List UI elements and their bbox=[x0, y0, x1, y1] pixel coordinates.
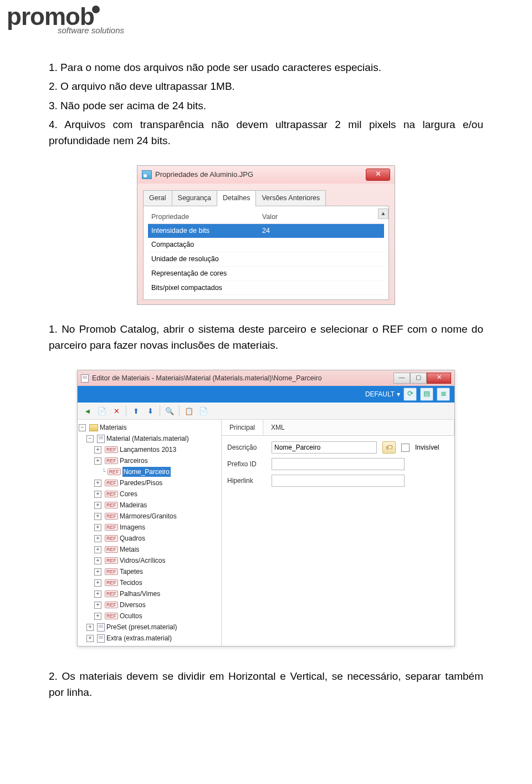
editor-toolbar: ◄ 📄 ✕ ⬆ ⬇ 🔍 📋 📄 bbox=[78, 403, 454, 420]
expand-icon[interactable]: + bbox=[94, 568, 101, 576]
expand-icon[interactable]: + bbox=[94, 491, 101, 498]
step-2: 2. Os materiais devem se dividir em Hori… bbox=[49, 669, 483, 700]
minimize-button[interactable]: — bbox=[393, 373, 410, 384]
rule-4: 4. Arquivos com transparência não devem … bbox=[49, 117, 483, 149]
tree-node[interactable]: Metais bbox=[120, 544, 139, 554]
ref-icon: REF bbox=[105, 457, 118, 464]
new-button[interactable]: 📄 bbox=[95, 404, 109, 418]
ref-icon: REF bbox=[105, 602, 118, 608]
tree-node[interactable]: Cores bbox=[120, 489, 137, 499]
down-button[interactable]: ⬇ bbox=[144, 404, 157, 418]
default-dropdown[interactable]: DEFAULT▾ bbox=[365, 389, 400, 399]
ref-icon: REF bbox=[105, 513, 118, 520]
rule-1: 1. Para o nome dos arquivos não pode ser… bbox=[49, 60, 483, 76]
refresh-icon[interactable]: ⟳ bbox=[403, 388, 417, 401]
tab-principal[interactable]: Principal bbox=[222, 420, 263, 435]
expand-icon[interactable]: + bbox=[94, 446, 101, 454]
hiperlink-label: Hiperlink bbox=[227, 476, 266, 486]
tree-node[interactable]: Paredes/Pisos bbox=[120, 478, 162, 488]
expand-icon[interactable]: + bbox=[94, 502, 101, 509]
tree-node[interactable]: Parceiros bbox=[120, 456, 148, 466]
prop-row[interactable]: Representação de cores bbox=[148, 267, 384, 281]
expand-icon[interactable]: + bbox=[94, 613, 101, 620]
tree-node[interactable]: Mármores/Granitos bbox=[120, 511, 177, 521]
tree-node[interactable]: Palhas/Vimes bbox=[120, 589, 160, 599]
up-button[interactable]: ⬆ bbox=[129, 404, 142, 418]
step-1: 1. No Promob Catalog, abrir o sistema de… bbox=[49, 322, 483, 353]
logo-header: promob software solutions bbox=[0, 0, 532, 35]
tree-node[interactable]: Material (Materials.material) bbox=[106, 434, 189, 444]
find-button[interactable]: 🔍 bbox=[163, 404, 176, 418]
expand-icon[interactable]: + bbox=[94, 546, 101, 553]
right-pane: Principal XML Descrição 🏷 Invisível Pref… bbox=[222, 420, 454, 646]
brand-tagline: software solutions bbox=[58, 26, 525, 35]
tag-icon[interactable]: 🏷 bbox=[382, 441, 396, 454]
chevron-down-icon: ▾ bbox=[397, 389, 400, 399]
rule-2: 2. O arquivo não deve ultrapassar 1MB. bbox=[49, 79, 483, 95]
ref-icon: REF bbox=[105, 613, 118, 619]
tree-node-selected[interactable]: Nome_Parceiro bbox=[122, 467, 171, 477]
tab-xml[interactable]: XML bbox=[263, 420, 454, 435]
collapse-icon[interactable]: − bbox=[79, 424, 86, 431]
expand-icon[interactable]: + bbox=[94, 480, 101, 487]
expand-icon[interactable]: + bbox=[94, 557, 101, 564]
card-icon[interactable]: ▤ bbox=[420, 388, 433, 401]
folder-icon bbox=[89, 424, 98, 431]
ref-icon: REF bbox=[105, 579, 118, 586]
tree-root[interactable]: Materiais bbox=[100, 422, 127, 432]
close-button[interactable]: ✕ bbox=[427, 373, 451, 384]
tree-node[interactable]: Diversos bbox=[120, 600, 146, 610]
ref-icon: REF bbox=[105, 568, 118, 575]
expand-icon[interactable]: + bbox=[94, 457, 101, 465]
ref-icon: REF bbox=[105, 446, 118, 453]
ref-icon: REF bbox=[105, 502, 118, 508]
expand-icon[interactable]: + bbox=[94, 513, 101, 520]
tree-node[interactable]: PreSet (preset.material) bbox=[106, 622, 177, 632]
expand-icon[interactable]: + bbox=[94, 579, 101, 587]
expand-icon[interactable]: + bbox=[86, 635, 94, 642]
expand-icon[interactable]: + bbox=[94, 524, 101, 531]
expand-icon[interactable]: + bbox=[86, 624, 94, 631]
hiperlink-input[interactable] bbox=[272, 475, 405, 487]
expand-icon[interactable]: + bbox=[94, 590, 101, 598]
descricao-input[interactable] bbox=[272, 441, 377, 454]
scroll-up-button[interactable]: ▲ bbox=[378, 208, 388, 219]
tree-node[interactable]: Lançamentos 2013 bbox=[120, 445, 176, 455]
tree-node[interactable]: Imagens bbox=[120, 522, 145, 532]
rule-3: 3. Não pode ser acima de 24 bits. bbox=[49, 98, 483, 114]
tab-seguranca[interactable]: Segurança bbox=[172, 190, 217, 206]
ref-icon: REF bbox=[105, 557, 118, 564]
paste-button[interactable]: 📄 bbox=[197, 404, 210, 418]
tab-detalhes[interactable]: Detalhes bbox=[217, 190, 256, 206]
expand-icon[interactable]: + bbox=[94, 602, 101, 609]
prop-row[interactable]: Intensidade de bits 24 bbox=[148, 224, 384, 238]
tree-node[interactable]: Vidros/Acrílicos bbox=[120, 556, 165, 566]
tree-pane[interactable]: −Materiais −Material (Materials.material… bbox=[78, 420, 222, 646]
tree-node[interactable]: Madeiras bbox=[120, 500, 147, 510]
invisivel-checkbox[interactable] bbox=[401, 444, 410, 452]
app-icon bbox=[81, 374, 89, 383]
prefixo-input[interactable] bbox=[272, 458, 405, 470]
tab-versoes[interactable]: Versões Anteriores bbox=[255, 190, 326, 206]
tab-geral[interactable]: Geral bbox=[143, 190, 172, 206]
tree-node[interactable]: Tapetes bbox=[120, 567, 143, 577]
properties-tabs: Geral Segurança Detalhes Versões Anterio… bbox=[143, 190, 389, 206]
expand-icon[interactable]: + bbox=[94, 535, 101, 542]
maximize-button[interactable]: ▢ bbox=[410, 373, 427, 384]
close-button[interactable]: ✕ bbox=[366, 169, 390, 181]
tree-node[interactable]: Ocultos bbox=[120, 611, 142, 621]
doc-icon bbox=[97, 623, 105, 632]
copy-button[interactable]: 📋 bbox=[182, 404, 196, 418]
properties-panel: Propriedade Valor Intensidade de bits 24… bbox=[143, 206, 389, 301]
tree-node[interactable]: Extra (extras.material) bbox=[106, 633, 172, 643]
list-icon[interactable]: ≣ bbox=[437, 388, 450, 401]
collapse-icon[interactable]: − bbox=[86, 435, 94, 442]
delete-button[interactable]: ✕ bbox=[110, 404, 123, 418]
tree-node[interactable]: Tecidos bbox=[120, 578, 142, 588]
back-button[interactable]: ◄ bbox=[81, 404, 94, 418]
prop-row[interactable]: Compactação bbox=[148, 238, 384, 252]
invisivel-label: Invisível bbox=[415, 442, 439, 452]
prop-row[interactable]: Unidade de resolução bbox=[148, 252, 384, 267]
tree-node[interactable]: Quadros bbox=[120, 533, 145, 543]
prop-row[interactable]: Bits/pixel compactados bbox=[148, 281, 384, 296]
